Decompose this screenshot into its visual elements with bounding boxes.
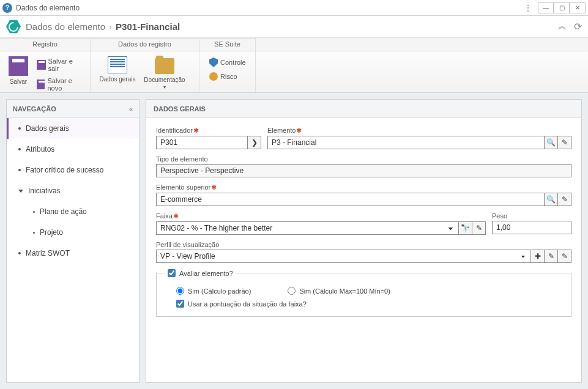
sidebar-item-general[interactable]: Dados gerais <box>7 118 139 139</box>
general-data-button[interactable]: Dados gerais <box>95 54 140 83</box>
sidebar-item-label: Atributos <box>26 145 54 154</box>
caret-down-icon <box>18 190 23 193</box>
sidebar-item-action-plan[interactable]: Plano de ação <box>7 201 139 222</box>
sidebar-item-label: Iniciativas <box>28 187 61 195</box>
range-label: Faixa✱ <box>156 212 486 220</box>
evaluate-option-maxmin[interactable]: Sim (Cálculo Máx=100 Mín=0) <box>288 287 390 295</box>
weight-input[interactable] <box>492 221 571 234</box>
save-exit-icon <box>37 60 46 70</box>
content-title: DADOS GERAIS <box>154 105 206 113</box>
radio-maxmin-label: Sim (Cálculo Máx=100 Mín=0) <box>299 287 390 295</box>
range-view-button[interactable]: 🔭 <box>459 221 472 235</box>
app-icon: ? <box>2 3 12 13</box>
breadcrumb-parent[interactable]: Dados do elemento <box>26 21 105 32</box>
save-new-button[interactable]: Salvar e novo <box>34 76 85 93</box>
control-button[interactable]: Controle <box>207 56 248 69</box>
range-edit-button[interactable]: ✎ <box>472 221 486 235</box>
ribbon-tab-sesuite: SE Suite <box>199 38 256 51</box>
sidebar-header: NAVEGAÇÃO « <box>7 100 139 118</box>
radio-standard[interactable] <box>176 287 184 295</box>
window-titlebar: ? Dados do elemento ⋮ — ▢ ✕ <box>0 0 588 16</box>
save-icon <box>9 56 28 76</box>
range-select[interactable]: RNG02 - % - The higher the better <box>156 221 459 235</box>
sidebar-item-label: Projeto <box>40 228 63 237</box>
breadcrumb-current: P301-Financial <box>116 21 180 32</box>
content-panel: DADOS GERAIS Identificador✱ ❯ Elemento✱ … <box>146 99 582 383</box>
module-icon <box>6 20 21 34</box>
bullet-icon <box>18 127 21 130</box>
main-area: NAVEGAÇÃO « Dados gerais Atributos Fator… <box>0 93 588 389</box>
parent-element-label: Elemento superior✱ <box>156 183 571 191</box>
header: Dados do elemento › P301-Financial ︽ ⟳ <box>0 16 588 38</box>
sidebar-item-label: Plano de ação <box>40 207 87 216</box>
ribbon-tabs: Registro Dados do registro SE Suite <box>0 38 588 51</box>
element-search-button[interactable]: 🔍 <box>545 136 558 149</box>
risk-label: Risco <box>220 73 237 80</box>
profile-edit-button[interactable]: ✎ <box>545 250 558 263</box>
shield-icon <box>209 57 218 67</box>
sidebar-title: NAVEGAÇÃO <box>13 105 56 113</box>
sidebar-item-critical[interactable]: Fator crítico de sucesso <box>7 160 139 180</box>
more-menu-icon[interactable]: ⋮ <box>522 3 534 13</box>
element-label: Elemento✱ <box>267 127 571 135</box>
sidebar-item-attributes[interactable]: Atributos <box>7 139 139 160</box>
sidebar-collapse-icon[interactable]: « <box>129 105 133 113</box>
profile-add-button[interactable]: ✚ <box>531 250 545 263</box>
save-new-label: Salvar e novo <box>47 77 83 92</box>
use-score-label: Usar a pontuação da situação da faixa? <box>188 300 307 308</box>
parent-clear-button[interactable]: ✎ <box>558 193 571 206</box>
sidebar: NAVEGAÇÃO « Dados gerais Atributos Fator… <box>6 99 140 383</box>
view-profile-label: Perfil de visualização <box>156 241 571 248</box>
evaluate-option-standard[interactable]: Sim (Cálculo padrão) <box>176 287 251 295</box>
evaluate-legend-label: Avaliar elemento? <box>179 270 233 277</box>
element-type-input <box>156 164 571 177</box>
sidebar-item-initiatives[interactable]: Iniciativas <box>7 180 139 201</box>
close-button[interactable]: ✕ <box>570 2 586 13</box>
folder-icon <box>155 58 174 74</box>
ribbon-tab-registro: Registro <box>0 38 91 51</box>
general-label: Dados gerais <box>100 76 136 83</box>
use-score-row[interactable]: Usar a pontuação da situação da faixa? <box>176 300 562 308</box>
save-button[interactable]: Salvar <box>5 54 32 85</box>
refresh-icon[interactable]: ⟳ <box>574 21 582 32</box>
form-icon <box>108 56 127 73</box>
sidebar-item-label: Matriz SWOT <box>26 249 70 257</box>
view-profile-select[interactable]: VP - View Profile <box>156 250 531 263</box>
minimize-button[interactable]: — <box>538 2 554 13</box>
evaluate-legend: Avaliar elemento? <box>165 269 236 277</box>
parent-element-input[interactable] <box>156 193 545 206</box>
bullet-icon <box>18 252 21 254</box>
evaluate-fieldset: Avaliar elemento? Sim (Cálculo padrão) S… <box>156 269 571 317</box>
evaluate-checkbox[interactable] <box>168 269 176 277</box>
radio-maxmin[interactable] <box>288 287 296 295</box>
element-clear-button[interactable]: ✎ <box>558 136 571 149</box>
documentation-label: Documentação▾ <box>144 76 185 91</box>
content-header: DADOS GERAIS <box>146 100 581 118</box>
control-label: Controle <box>220 59 246 66</box>
collapse-ribbon-icon[interactable]: ︽ <box>558 21 567 32</box>
use-score-checkbox[interactable] <box>176 300 184 308</box>
bullet-icon <box>18 148 21 150</box>
sidebar-item-label: Dados gerais <box>26 124 69 133</box>
weight-label: Peso <box>492 212 571 220</box>
maximize-button[interactable]: ▢ <box>554 2 570 13</box>
identifier-next-button[interactable]: ❯ <box>248 136 261 149</box>
identifier-input[interactable] <box>156 136 248 149</box>
ribbon-tab-dados: Dados do registro <box>91 38 199 51</box>
documentation-button[interactable]: Documentação▾ <box>140 54 190 91</box>
element-input[interactable] <box>267 136 545 149</box>
sidebar-item-swot[interactable]: Matriz SWOT <box>7 243 139 264</box>
risk-button[interactable]: Risco <box>207 71 248 82</box>
profile-clear-button[interactable]: ✎ <box>558 250 571 263</box>
save-label: Salvar <box>10 78 27 85</box>
parent-search-button[interactable]: 🔍 <box>545 193 558 206</box>
sidebar-item-label: Fator crítico de sucesso <box>26 166 103 174</box>
bullet-icon <box>18 169 21 171</box>
element-type-label: Tipo de elemento <box>156 155 571 163</box>
radio-standard-label: Sim (Cálculo padrão) <box>188 287 251 295</box>
ribbon: Salvar Salvar e sair Salvar e novo Dados… <box>0 51 588 93</box>
sidebar-item-project[interactable]: Projeto <box>7 222 139 243</box>
save-new-icon <box>37 80 45 89</box>
save-exit-button[interactable]: Salvar e sair <box>34 56 85 73</box>
identifier-label: Identificador✱ <box>156 127 261 135</box>
